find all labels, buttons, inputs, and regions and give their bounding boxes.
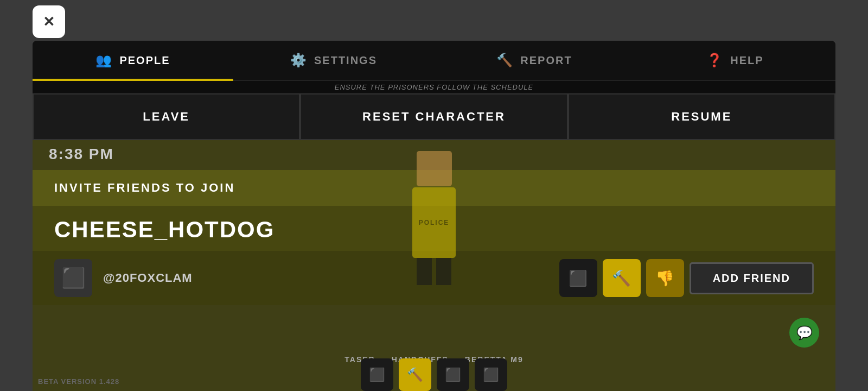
player-username: @20FOXCLAM [103,271,548,285]
tab-settings[interactable]: ⚙️ SETTINGS [233,41,434,80]
player-action-1-button[interactable]: ⬛ [559,259,597,297]
bottom-icon-1: ⬛ [361,358,393,391]
people-icon: 👥 [95,53,113,68]
close-button[interactable]: ✕ [33,5,65,38]
nav-tabs: 👥 PEOPLE ⚙️ SETTINGS 🔨 REPORT ❓ HELP [33,41,835,81]
bottom-icon-4: ⬛ [475,358,507,391]
tab-report[interactable]: 🔨 REPORT [434,41,635,80]
report-icon: 🔨 [496,53,514,68]
content-area: 8:38 PM POLICE INVITE FRIENDS TO JOIN CH… [33,140,835,391]
time-display: 8:38 PM [49,146,114,163]
action-buttons: LEAVE RESET CHARACTER RESUME [33,93,835,140]
thumbs-down-icon: 👎 [655,269,674,287]
hammer-icon: 🔨 [612,269,631,287]
bottom-icon-2: 🔨 [399,358,431,391]
tab-help[interactable]: ❓ HELP [635,41,835,80]
hint-text: ENSURE THE PRISONERS FOLLOW THE SCHEDULE [33,81,835,93]
player-avatar-small: ⬛ [54,259,92,297]
tab-people[interactable]: 👥 PEOPLE [33,41,233,80]
character-legs [417,258,451,285]
tab-settings-label: SETTINGS [314,54,377,67]
invite-text: INVITE FRIENDS TO JOIN [54,181,235,194]
beta-version: BETA VERSION 1.428 [38,377,119,386]
reset-character-button[interactable]: RESET CHARACTER [300,93,567,140]
tab-help-label: HELP [730,54,763,67]
player-action-hammer-button[interactable]: 🔨 [603,259,641,297]
add-friend-button[interactable]: ADD FRIEND [690,262,814,294]
bottom-icon-row: ⬛ 🔨 ⬛ ⬛ [361,358,507,391]
leave-button[interactable]: LEAVE [33,93,300,140]
bottom-icon-3: ⬛ [437,358,469,391]
chat-bubble[interactable]: 💬 [789,318,819,348]
character-head [417,151,452,186]
tab-report-label: REPORT [520,54,572,67]
close-icon: ✕ [43,14,55,30]
help-icon: ❓ [706,53,724,68]
player-character: POLICE [412,151,456,285]
black-square-icon: ⬛ [569,269,588,287]
character-body: POLICE [412,187,456,258]
player-avatar-icon: ⬛ [61,267,86,289]
tab-people-label: PEOPLE [119,54,170,67]
chat-icon: 💬 [796,325,813,340]
player-actions: ⬛ 🔨 👎 ADD FRIEND [559,259,814,297]
resume-button[interactable]: RESUME [568,93,835,140]
settings-icon: ⚙️ [290,53,308,68]
player-action-dislike-button[interactable]: 👎 [646,259,684,297]
